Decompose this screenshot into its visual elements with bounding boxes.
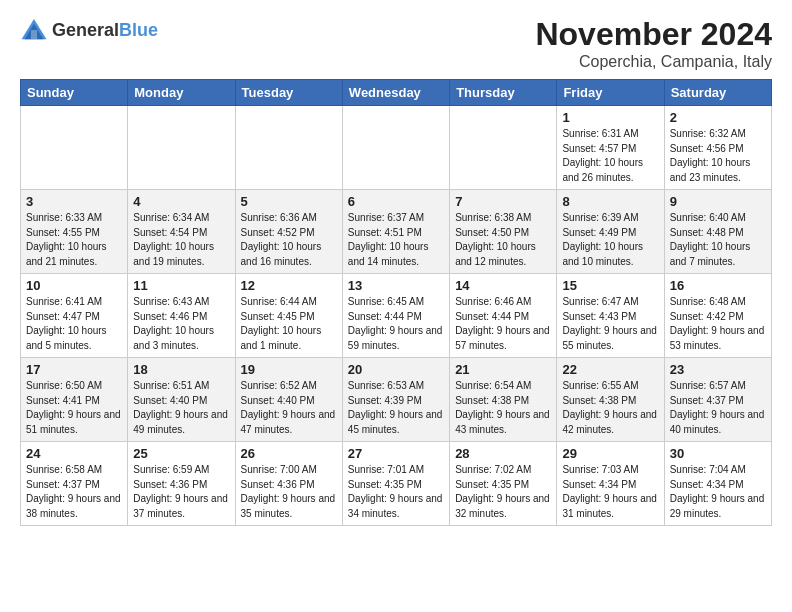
header-friday: Friday xyxy=(557,80,664,106)
calendar-cell: 25Sunrise: 6:59 AMSunset: 4:36 PMDayligh… xyxy=(128,442,235,526)
day-info: Sunrise: 6:59 AMSunset: 4:36 PMDaylight:… xyxy=(133,463,229,521)
calendar-cell: 20Sunrise: 6:53 AMSunset: 4:39 PMDayligh… xyxy=(342,358,449,442)
calendar-cell: 26Sunrise: 7:00 AMSunset: 4:36 PMDayligh… xyxy=(235,442,342,526)
calendar-table: SundayMondayTuesdayWednesdayThursdayFrid… xyxy=(20,79,772,526)
calendar-cell: 7Sunrise: 6:38 AMSunset: 4:50 PMDaylight… xyxy=(450,190,557,274)
header-sunday: Sunday xyxy=(21,80,128,106)
header-monday: Monday xyxy=(128,80,235,106)
calendar-cell: 2Sunrise: 6:32 AMSunset: 4:56 PMDaylight… xyxy=(664,106,771,190)
day-number: 26 xyxy=(241,446,337,461)
day-info: Sunrise: 6:46 AMSunset: 4:44 PMDaylight:… xyxy=(455,295,551,353)
calendar-cell: 28Sunrise: 7:02 AMSunset: 4:35 PMDayligh… xyxy=(450,442,557,526)
day-number: 24 xyxy=(26,446,122,461)
day-info: Sunrise: 7:02 AMSunset: 4:35 PMDaylight:… xyxy=(455,463,551,521)
day-info: Sunrise: 6:58 AMSunset: 4:37 PMDaylight:… xyxy=(26,463,122,521)
day-number: 20 xyxy=(348,362,444,377)
calendar-cell: 17Sunrise: 6:50 AMSunset: 4:41 PMDayligh… xyxy=(21,358,128,442)
day-number: 25 xyxy=(133,446,229,461)
calendar-cell: 30Sunrise: 7:04 AMSunset: 4:34 PMDayligh… xyxy=(664,442,771,526)
day-info: Sunrise: 6:54 AMSunset: 4:38 PMDaylight:… xyxy=(455,379,551,437)
day-info: Sunrise: 7:01 AMSunset: 4:35 PMDaylight:… xyxy=(348,463,444,521)
day-info: Sunrise: 6:34 AMSunset: 4:54 PMDaylight:… xyxy=(133,211,229,269)
day-number: 30 xyxy=(670,446,766,461)
day-info: Sunrise: 6:47 AMSunset: 4:43 PMDaylight:… xyxy=(562,295,658,353)
day-info: Sunrise: 6:52 AMSunset: 4:40 PMDaylight:… xyxy=(241,379,337,437)
calendar-cell: 18Sunrise: 6:51 AMSunset: 4:40 PMDayligh… xyxy=(128,358,235,442)
day-number: 15 xyxy=(562,278,658,293)
day-number: 7 xyxy=(455,194,551,209)
logo-blue: Blue xyxy=(119,20,158,40)
header-thursday: Thursday xyxy=(450,80,557,106)
day-number: 17 xyxy=(26,362,122,377)
calendar-cell: 10Sunrise: 6:41 AMSunset: 4:47 PMDayligh… xyxy=(21,274,128,358)
logo-general: General xyxy=(52,20,119,40)
calendar-cell: 12Sunrise: 6:44 AMSunset: 4:45 PMDayligh… xyxy=(235,274,342,358)
calendar-cell: 23Sunrise: 6:57 AMSunset: 4:37 PMDayligh… xyxy=(664,358,771,442)
day-number: 6 xyxy=(348,194,444,209)
day-number: 5 xyxy=(241,194,337,209)
header-tuesday: Tuesday xyxy=(235,80,342,106)
day-number: 19 xyxy=(241,362,337,377)
week-row-1: 1Sunrise: 6:31 AMSunset: 4:57 PMDaylight… xyxy=(21,106,772,190)
calendar-cell: 4Sunrise: 6:34 AMSunset: 4:54 PMDaylight… xyxy=(128,190,235,274)
week-row-3: 10Sunrise: 6:41 AMSunset: 4:47 PMDayligh… xyxy=(21,274,772,358)
header: GeneralBlue November 2024 Coperchia, Cam… xyxy=(20,16,772,71)
calendar-cell: 29Sunrise: 7:03 AMSunset: 4:34 PMDayligh… xyxy=(557,442,664,526)
day-info: Sunrise: 6:45 AMSunset: 4:44 PMDaylight:… xyxy=(348,295,444,353)
day-info: Sunrise: 6:32 AMSunset: 4:56 PMDaylight:… xyxy=(670,127,766,185)
day-info: Sunrise: 6:36 AMSunset: 4:52 PMDaylight:… xyxy=(241,211,337,269)
header-row: SundayMondayTuesdayWednesdayThursdayFrid… xyxy=(21,80,772,106)
week-row-2: 3Sunrise: 6:33 AMSunset: 4:55 PMDaylight… xyxy=(21,190,772,274)
page-title: November 2024 xyxy=(535,16,772,53)
day-number: 10 xyxy=(26,278,122,293)
day-number: 16 xyxy=(670,278,766,293)
title-block: November 2024 Coperchia, Campania, Italy xyxy=(535,16,772,71)
calendar-cell: 19Sunrise: 6:52 AMSunset: 4:40 PMDayligh… xyxy=(235,358,342,442)
day-info: Sunrise: 6:55 AMSunset: 4:38 PMDaylight:… xyxy=(562,379,658,437)
day-number: 11 xyxy=(133,278,229,293)
calendar-cell: 8Sunrise: 6:39 AMSunset: 4:49 PMDaylight… xyxy=(557,190,664,274)
calendar-cell: 24Sunrise: 6:58 AMSunset: 4:37 PMDayligh… xyxy=(21,442,128,526)
day-number: 27 xyxy=(348,446,444,461)
header-saturday: Saturday xyxy=(664,80,771,106)
day-info: Sunrise: 6:57 AMSunset: 4:37 PMDaylight:… xyxy=(670,379,766,437)
week-row-5: 24Sunrise: 6:58 AMSunset: 4:37 PMDayligh… xyxy=(21,442,772,526)
day-info: Sunrise: 6:37 AMSunset: 4:51 PMDaylight:… xyxy=(348,211,444,269)
day-info: Sunrise: 6:48 AMSunset: 4:42 PMDaylight:… xyxy=(670,295,766,353)
calendar-cell: 16Sunrise: 6:48 AMSunset: 4:42 PMDayligh… xyxy=(664,274,771,358)
calendar-cell: 22Sunrise: 6:55 AMSunset: 4:38 PMDayligh… xyxy=(557,358,664,442)
day-number: 21 xyxy=(455,362,551,377)
day-info: Sunrise: 6:40 AMSunset: 4:48 PMDaylight:… xyxy=(670,211,766,269)
day-number: 8 xyxy=(562,194,658,209)
day-info: Sunrise: 6:50 AMSunset: 4:41 PMDaylight:… xyxy=(26,379,122,437)
day-number: 2 xyxy=(670,110,766,125)
day-number: 22 xyxy=(562,362,658,377)
day-number: 28 xyxy=(455,446,551,461)
header-wednesday: Wednesday xyxy=(342,80,449,106)
calendar-cell xyxy=(342,106,449,190)
day-number: 12 xyxy=(241,278,337,293)
day-info: Sunrise: 7:03 AMSunset: 4:34 PMDaylight:… xyxy=(562,463,658,521)
calendar-cell: 1Sunrise: 6:31 AMSunset: 4:57 PMDaylight… xyxy=(557,106,664,190)
calendar-cell: 11Sunrise: 6:43 AMSunset: 4:46 PMDayligh… xyxy=(128,274,235,358)
calendar-cell xyxy=(21,106,128,190)
calendar-cell: 6Sunrise: 6:37 AMSunset: 4:51 PMDaylight… xyxy=(342,190,449,274)
calendar-cell: 14Sunrise: 6:46 AMSunset: 4:44 PMDayligh… xyxy=(450,274,557,358)
calendar-cell: 3Sunrise: 6:33 AMSunset: 4:55 PMDaylight… xyxy=(21,190,128,274)
day-info: Sunrise: 6:31 AMSunset: 4:57 PMDaylight:… xyxy=(562,127,658,185)
day-info: Sunrise: 6:41 AMSunset: 4:47 PMDaylight:… xyxy=(26,295,122,353)
calendar-cell: 13Sunrise: 6:45 AMSunset: 4:44 PMDayligh… xyxy=(342,274,449,358)
day-number: 18 xyxy=(133,362,229,377)
day-number: 9 xyxy=(670,194,766,209)
page-subtitle: Coperchia, Campania, Italy xyxy=(535,53,772,71)
day-info: Sunrise: 6:51 AMSunset: 4:40 PMDaylight:… xyxy=(133,379,229,437)
day-info: Sunrise: 6:44 AMSunset: 4:45 PMDaylight:… xyxy=(241,295,337,353)
calendar-cell xyxy=(128,106,235,190)
day-number: 14 xyxy=(455,278,551,293)
calendar-cell: 21Sunrise: 6:54 AMSunset: 4:38 PMDayligh… xyxy=(450,358,557,442)
day-info: Sunrise: 6:43 AMSunset: 4:46 PMDaylight:… xyxy=(133,295,229,353)
calendar-cell: 5Sunrise: 6:36 AMSunset: 4:52 PMDaylight… xyxy=(235,190,342,274)
day-number: 13 xyxy=(348,278,444,293)
week-row-4: 17Sunrise: 6:50 AMSunset: 4:41 PMDayligh… xyxy=(21,358,772,442)
logo-icon xyxy=(20,16,48,44)
